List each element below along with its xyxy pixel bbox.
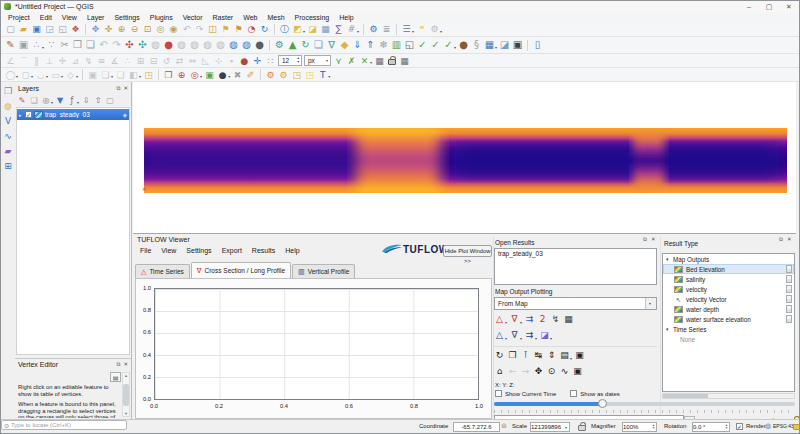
locator-search-input[interactable]: ⊙ Type to locate (Ctrl+K)	[1, 420, 127, 430]
regular-polygon-dropdown-icon[interactable]	[61, 74, 63, 79]
notes-page-icon[interactable]: ❏	[312, 39, 325, 51]
secondary-axis-icon[interactable]: 2	[536, 313, 549, 325]
result-type-time-series[interactable]: Time Series	[663, 324, 794, 334]
common-angles-icon[interactable]: ≡	[95, 55, 108, 67]
raster-image-icon[interactable]: ▦	[373, 55, 386, 67]
flux-plot-icon[interactable]: ⇉	[523, 313, 536, 325]
collapse-all-icon[interactable]: ⇧	[92, 95, 104, 106]
spinner-arrows-icon[interactable]: ▲▼	[297, 57, 301, 64]
add-polygon-layer-icon[interactable]: ▰	[2, 145, 14, 157]
scroll-up-icon[interactable]: ▲	[124, 373, 128, 378]
tab-vertical-profile[interactable]: ▥Vertical Profile	[292, 264, 355, 278]
close-button[interactable]: ✕	[779, 3, 799, 11]
spinner-arrows-icon[interactable]: ▲▼	[725, 424, 729, 430]
zoom-in-icon[interactable]: ⊕	[115, 23, 128, 35]
add-vector-layer-icon[interactable]: V	[2, 115, 14, 127]
wrench-yellow-icon[interactable]: ✐	[244, 69, 257, 81]
options-menu-dropdown-icon[interactable]	[440, 29, 442, 34]
scrollbar-thumb[interactable]	[663, 394, 708, 398]
float-panel-icon[interactable]: ⧉	[116, 361, 120, 368]
combo-dropdown-icon[interactable]	[565, 425, 569, 430]
open-project-icon[interactable]: ▰	[17, 23, 30, 35]
circular-string-dropdown-icon[interactable]	[16, 74, 18, 79]
open-results-list[interactable]: trap_steady_03	[494, 248, 657, 285]
snap-x-green-icon[interactable]: ✗	[345, 55, 358, 67]
floppy-dark-icon[interactable]: ▣	[511, 39, 524, 51]
dot-tool-icon[interactable]: ∙	[225, 55, 238, 67]
maximize-button[interactable]: ▢	[759, 3, 779, 11]
tuflow-menu-item[interactable]: File	[135, 247, 156, 254]
vertex-editor-scrollbar[interactable]: ▲ ▼	[122, 372, 130, 417]
extent-green-icon[interactable]: ▣	[203, 69, 216, 81]
terrain-icon[interactable]: ▲	[286, 39, 299, 51]
select-features-dropdown-icon[interactable]	[303, 29, 305, 34]
cross-section-plot-dropdown-icon[interactable]	[520, 320, 522, 325]
axis-toggle-icon[interactable]	[786, 285, 792, 293]
summary-report-icon[interactable]: ▣	[573, 349, 586, 361]
menu-item[interactable]: Processing	[290, 14, 335, 21]
point-snap-icon[interactable]: ⊹	[212, 55, 225, 67]
menu-item[interactable]: Web	[238, 14, 262, 21]
temporal-controller-icon[interactable]: ◔	[245, 23, 258, 35]
zoom-to-layer-icon[interactable]: ◉	[167, 23, 180, 35]
label-text-dropdown-icon[interactable]	[328, 74, 330, 79]
open-result-item[interactable]: trap_steady_03	[495, 249, 656, 258]
angle-tool-icon[interactable]: ∡	[108, 55, 121, 67]
tuflow-menu-item[interactable]: View	[156, 247, 181, 254]
magnifier-input[interactable]: 100% ▲▼	[622, 422, 657, 432]
globe-icon[interactable]: ◍	[765, 422, 771, 430]
axis-toggle-icon[interactable]	[786, 315, 792, 323]
funnel-teal-icon[interactable]: ∇	[325, 39, 338, 51]
check-1-icon[interactable]: ✓	[416, 39, 429, 51]
tree-expander-icon[interactable]	[666, 256, 673, 262]
result-type-velocity[interactable]: velocity	[663, 284, 794, 294]
gear-orange-icon[interactable]: ⚙	[264, 69, 277, 81]
node-red-icon[interactable]: ●	[162, 39, 175, 51]
zoom-plot-icon[interactable]: ⊙	[545, 365, 558, 377]
time-slider-handle[interactable]	[598, 399, 607, 408]
remove-constraint-icon[interactable]: ⊟	[147, 55, 160, 67]
pan-map-icon[interactable]: ✥	[89, 23, 102, 35]
reload-icon[interactable]: ↻	[299, 39, 312, 51]
flip-y-axis-icon[interactable]: ⇕	[545, 349, 558, 361]
data-source-manager-icon[interactable]: ≣	[380, 23, 393, 35]
menu-item[interactable]: View	[57, 14, 82, 21]
vertex-snap-icon[interactable]: ∴	[121, 55, 134, 67]
zoom-next-icon[interactable]: ↷	[193, 23, 206, 35]
add-database-layer-icon[interactable]: ◍	[2, 100, 14, 112]
measure-dropdown-icon[interactable]	[357, 29, 359, 34]
tuflow-menu-item[interactable]: Export	[217, 247, 247, 254]
plugin-gear-icon[interactable]: ⚙	[273, 39, 286, 51]
close-panel-icon[interactable]: ✕	[123, 361, 128, 368]
zoom-to-selection-icon[interactable]: ◎	[154, 23, 167, 35]
split-diagonal-icon[interactable]: ◪	[498, 39, 511, 51]
menu-item[interactable]: Layer	[82, 14, 110, 21]
minimize-button[interactable]: –	[739, 3, 759, 11]
toolbox-menu-dropdown-icon[interactable]	[412, 29, 414, 34]
help-bubble-icon[interactable]: ❝	[415, 23, 428, 35]
paste-style-icon[interactable]: ❏	[114, 69, 127, 81]
processing-toolbox-icon[interactable]: ⚙	[367, 23, 380, 35]
spinner-arrows-icon[interactable]: ▲▼	[652, 424, 656, 430]
scale-lock-icon[interactable]	[578, 425, 586, 431]
result-type-map-outputs[interactable]: Map Outputs	[663, 254, 794, 264]
show-as-dates-checkbox[interactable]	[570, 390, 577, 397]
menu-item[interactable]: Raster	[208, 14, 239, 21]
menu-item[interactable]: Mesh	[262, 14, 289, 21]
check-3-dropdown-icon[interactable]	[454, 45, 456, 50]
cursor-tracking-icon[interactable]: ↯	[549, 313, 562, 325]
menu-item[interactable]: Project	[3, 14, 35, 21]
label-pin-2-icon[interactable]: ◳	[303, 69, 316, 81]
save-style-icon[interactable]: ▣	[86, 69, 99, 81]
save-project-as-icon[interactable]: ◲	[43, 23, 56, 35]
scroll-down-icon[interactable]: ▼	[124, 411, 128, 416]
zoom-full-icon[interactable]: ⊡	[141, 23, 154, 35]
toggle-editing-icon[interactable]: ✎	[4, 39, 17, 51]
screen-icon[interactable]: ◱	[403, 39, 416, 51]
trace-icon[interactable]: ✛	[56, 55, 69, 67]
redo-icon[interactable]: ↷	[110, 39, 123, 51]
filter-by-expression-dropdown-icon[interactable]	[77, 100, 79, 105]
axis-toggle-icon[interactable]	[786, 295, 792, 303]
result-type-water-surface-elevation[interactable]: water surface elevation	[663, 314, 794, 324]
result-type-water-depth[interactable]: water depth	[663, 304, 794, 314]
